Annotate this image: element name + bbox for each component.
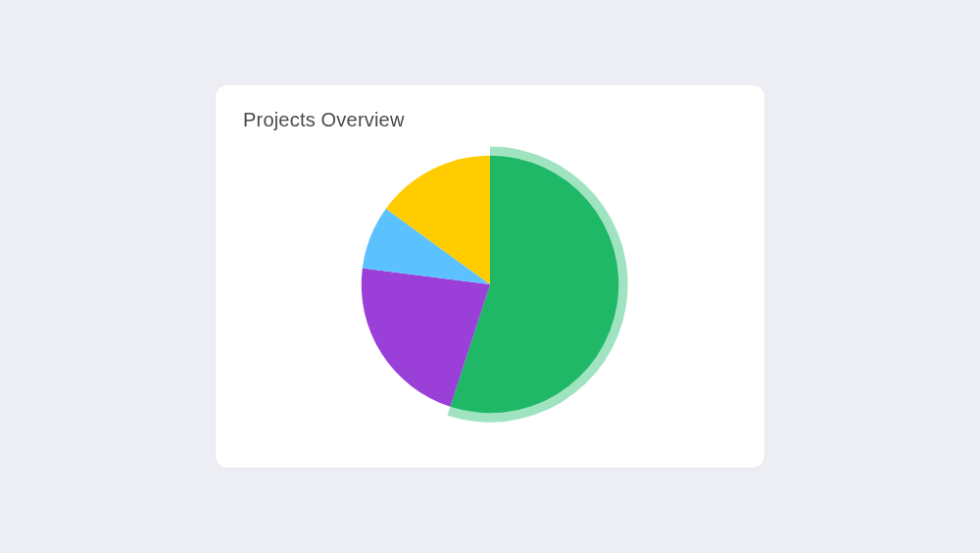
projects-overview-card: Projects Overview	[216, 85, 764, 468]
pie-chart-container	[243, 131, 737, 437]
card-title: Projects Overview	[243, 109, 737, 131]
pie-chart	[343, 137, 637, 431]
